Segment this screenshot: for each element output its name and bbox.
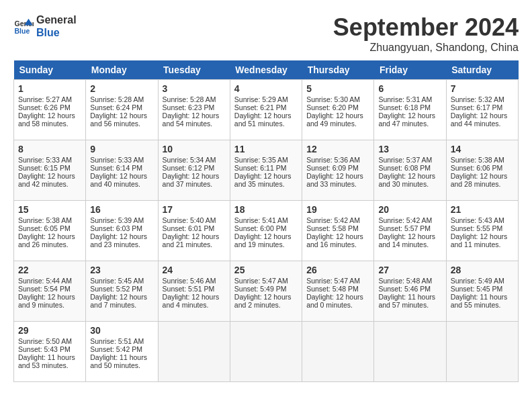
daylight-label: Daylight: 12 hours and 58 minutes. xyxy=(18,111,75,128)
sunrise-text: Sunrise: 5:38 AM xyxy=(451,156,504,164)
day-number: 7 xyxy=(451,83,514,94)
daylight-label: Daylight: 12 hours and 21 minutes. xyxy=(163,232,220,248)
day-number: 4 xyxy=(234,83,298,94)
day-number: 23 xyxy=(90,265,153,275)
day-number: 16 xyxy=(90,204,153,215)
sunrise-text: Sunrise: 5:43 AM xyxy=(451,216,504,224)
calendar-header-friday: Friday xyxy=(374,60,446,80)
calendar-cell: 6Sunrise: 5:31 AMSunset: 6:18 PMDaylight… xyxy=(374,80,446,140)
daylight-label: Daylight: 12 hours and 26 minutes. xyxy=(18,232,75,248)
day-number: 17 xyxy=(163,204,226,215)
daylight-label: Daylight: 12 hours and 4 minutes. xyxy=(163,293,220,309)
calendar-cell: 10Sunrise: 5:34 AMSunset: 6:12 PMDayligh… xyxy=(158,140,230,201)
calendar-cell: 19Sunrise: 5:42 AMSunset: 5:58 PMDayligh… xyxy=(302,201,374,261)
sunset-text: Sunset: 6:14 PM xyxy=(90,164,142,172)
calendar-header-thursday: Thursday xyxy=(302,60,374,80)
sunrise-text: Sunrise: 5:49 AM xyxy=(451,277,504,285)
calendar-cell: 13Sunrise: 5:37 AMSunset: 6:08 PMDayligh… xyxy=(374,140,446,201)
daylight-label: Daylight: 11 hours and 50 minutes. xyxy=(90,353,147,369)
sunrise-text: Sunrise: 5:41 AM xyxy=(234,216,288,224)
calendar-cell: 27Sunrise: 5:48 AMSunset: 5:46 PMDayligh… xyxy=(374,261,446,322)
calendar-cell xyxy=(158,322,230,382)
daylight-label: Daylight: 12 hours and 49 minutes. xyxy=(306,111,363,128)
sunrise-text: Sunrise: 5:29 AM xyxy=(234,95,288,103)
calendar-week-3: 15Sunrise: 5:38 AMSunset: 6:05 PMDayligh… xyxy=(14,201,519,261)
sunrise-text: Sunrise: 5:27 AM xyxy=(18,95,72,103)
logo-icon: General Blue xyxy=(13,16,34,36)
day-number: 1 xyxy=(18,83,81,94)
day-number: 2 xyxy=(90,83,153,94)
calendar-header-sunday: Sunday xyxy=(14,60,86,80)
calendar-cell: 21Sunrise: 5:43 AMSunset: 5:55 PMDayligh… xyxy=(446,201,518,261)
calendar-cell: 28Sunrise: 5:49 AMSunset: 5:45 PMDayligh… xyxy=(446,261,518,322)
sunrise-text: Sunrise: 5:33 AM xyxy=(18,156,72,164)
daylight-label: Daylight: 12 hours and 33 minutes. xyxy=(306,172,363,188)
sunrise-text: Sunrise: 5:40 AM xyxy=(163,216,216,224)
calendar-header-row: SundayMondayTuesdayWednesdayThursdayFrid… xyxy=(14,60,519,80)
daylight-label: Daylight: 12 hours and 44 minutes. xyxy=(451,111,508,128)
calendar-cell: 30Sunrise: 5:51 AMSunset: 5:42 PMDayligh… xyxy=(86,322,158,382)
month-title: September 2024 xyxy=(333,13,519,42)
daylight-label: Daylight: 12 hours and 37 minutes. xyxy=(163,172,220,188)
sunset-text: Sunset: 5:46 PM xyxy=(378,285,431,293)
day-number: 28 xyxy=(451,265,514,275)
sunset-text: Sunset: 5:48 PM xyxy=(306,285,359,293)
day-number: 18 xyxy=(234,204,298,215)
calendar-cell xyxy=(230,322,302,382)
title-section: September 2024 Zhuangyuan, Shandong, Chi… xyxy=(333,13,519,54)
calendar-cell: 18Sunrise: 5:41 AMSunset: 6:00 PMDayligh… xyxy=(230,201,302,261)
daylight-label: Daylight: 12 hours and 14 minutes. xyxy=(378,232,435,248)
calendar-cell xyxy=(446,322,518,382)
daylight-label: Daylight: 12 hours and 51 minutes. xyxy=(234,111,292,128)
daylight-label: Daylight: 12 hours and 56 minutes. xyxy=(90,111,147,128)
day-number: 10 xyxy=(163,144,226,154)
day-number: 30 xyxy=(90,325,153,336)
logo: General Blue General Blue xyxy=(13,13,77,39)
sunrise-text: Sunrise: 5:44 AM xyxy=(18,277,72,285)
sunrise-text: Sunrise: 5:50 AM xyxy=(18,337,72,345)
sunrise-text: Sunrise: 5:39 AM xyxy=(90,216,144,224)
sunset-text: Sunset: 6:01 PM xyxy=(163,224,215,232)
daylight-label: Daylight: 12 hours and 30 minutes. xyxy=(378,172,435,188)
calendar-cell: 23Sunrise: 5:45 AMSunset: 5:52 PMDayligh… xyxy=(86,261,158,322)
day-number: 21 xyxy=(451,204,514,215)
sunrise-text: Sunrise: 5:32 AM xyxy=(451,95,504,103)
day-number: 25 xyxy=(234,265,298,275)
day-number: 26 xyxy=(306,265,369,275)
calendar-header-saturday: Saturday xyxy=(446,60,518,80)
sunset-text: Sunset: 6:23 PM xyxy=(163,103,215,111)
calendar-cell xyxy=(302,322,374,382)
sunset-text: Sunset: 5:52 PM xyxy=(90,285,142,293)
calendar-header-tuesday: Tuesday xyxy=(158,60,230,80)
day-number: 6 xyxy=(378,83,441,94)
calendar-cell: 11Sunrise: 5:35 AMSunset: 6:11 PMDayligh… xyxy=(230,140,302,201)
sunset-text: Sunset: 5:54 PM xyxy=(18,285,71,293)
day-number: 3 xyxy=(163,83,226,94)
calendar-cell: 26Sunrise: 5:47 AMSunset: 5:48 PMDayligh… xyxy=(302,261,374,322)
sunrise-text: Sunrise: 5:34 AM xyxy=(163,156,216,164)
daylight-label: Daylight: 11 hours and 55 minutes. xyxy=(451,293,508,309)
calendar-cell: 2Sunrise: 5:28 AMSunset: 6:24 PMDaylight… xyxy=(86,80,158,140)
sunset-text: Sunset: 6:06 PM xyxy=(451,164,503,172)
sunset-text: Sunset: 6:15 PM xyxy=(18,164,71,172)
sunset-text: Sunset: 6:05 PM xyxy=(18,224,71,232)
daylight-label: Daylight: 12 hours and 54 minutes. xyxy=(163,111,220,128)
sunset-text: Sunset: 6:00 PM xyxy=(234,224,287,232)
daylight-label: Daylight: 12 hours and 42 minutes. xyxy=(18,172,75,188)
calendar-body: 1Sunrise: 5:27 AMSunset: 6:26 PMDaylight… xyxy=(14,80,519,382)
sunrise-text: Sunrise: 5:45 AM xyxy=(90,277,144,285)
daylight-label: Daylight: 11 hours and 57 minutes. xyxy=(378,293,435,309)
calendar-cell: 9Sunrise: 5:33 AMSunset: 6:14 PMDaylight… xyxy=(86,140,158,201)
calendar-week-4: 22Sunrise: 5:44 AMSunset: 5:54 PMDayligh… xyxy=(14,261,519,322)
sunrise-text: Sunrise: 5:47 AM xyxy=(234,277,288,285)
calendar-cell: 3Sunrise: 5:28 AMSunset: 6:23 PMDaylight… xyxy=(158,80,230,140)
calendar-cell: 8Sunrise: 5:33 AMSunset: 6:15 PMDaylight… xyxy=(14,140,86,201)
day-number: 8 xyxy=(18,144,81,154)
calendar-cell: 17Sunrise: 5:40 AMSunset: 6:01 PMDayligh… xyxy=(158,201,230,261)
daylight-label: Daylight: 12 hours and 7 minutes. xyxy=(90,293,147,309)
day-number: 29 xyxy=(18,325,81,336)
sunrise-text: Sunrise: 5:51 AM xyxy=(90,337,144,345)
calendar-week-2: 8Sunrise: 5:33 AMSunset: 6:15 PMDaylight… xyxy=(14,140,519,201)
sunset-text: Sunset: 5:42 PM xyxy=(90,345,142,353)
sunset-text: Sunset: 6:09 PM xyxy=(306,164,359,172)
